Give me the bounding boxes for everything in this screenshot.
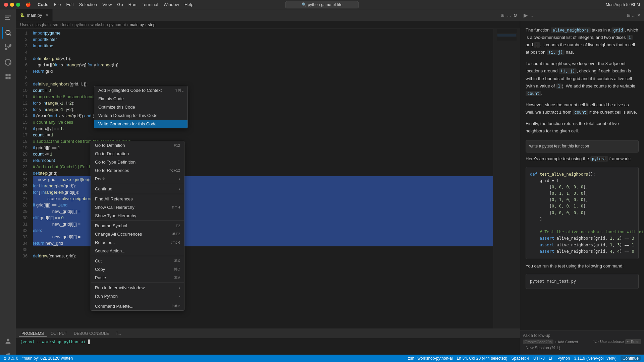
menu-shortcut-cut: ⌘X xyxy=(174,259,180,263)
separator-1 xyxy=(91,184,184,184)
menu-label-go-to-declaration: Go to Declaration xyxy=(95,151,180,156)
submenu-write-comments[interactable]: Write Comments for this Code xyxy=(94,120,187,128)
menu-change-all-occurrences[interactable]: Change All Occurrences ⌘F2 xyxy=(91,230,184,238)
tab-terminal[interactable]: T... xyxy=(113,330,124,337)
inline-code-j: j xyxy=(534,42,540,48)
menu-run-interactive[interactable]: Run in Interactive window › xyxy=(91,284,184,292)
tab-problems[interactable]: PROBLEMS xyxy=(19,330,47,337)
response-section: Here's an example test using the pytest … xyxy=(526,155,639,289)
menu-go-to-references[interactable]: Go to References ⌥F12 xyxy=(91,166,184,175)
breadcrumb-python[interactable]: python xyxy=(74,22,87,27)
status-spaces[interactable]: Spaces: 4 xyxy=(512,356,529,361)
status-encoding[interactable]: UTF-8 xyxy=(533,356,545,361)
breadcrumb-step[interactable]: step xyxy=(148,22,156,27)
title-bar: 🍎 Code File Edit Selection View Go Run T… xyxy=(0,0,644,9)
badge-use-codebase[interactable]: ⌥↑ Use codebase xyxy=(593,340,624,344)
toolbar-split[interactable]: ⊞ xyxy=(627,13,631,18)
toolbar-more[interactable]: ⌄ xyxy=(530,13,534,18)
status-line-ending[interactable]: LF xyxy=(549,356,553,361)
submenu-optimize-code[interactable]: Optimize this Code xyxy=(94,103,187,111)
menu-item-go[interactable]: Go xyxy=(117,2,123,7)
breadcrumb-users[interactable]: Users xyxy=(20,22,31,27)
panel-text-2: To count the neighbors, we loop over the… xyxy=(526,60,639,97)
search-bar[interactable]: 🔍 python-game-of-life xyxy=(285,1,359,8)
activity-debug-icon[interactable] xyxy=(2,56,14,68)
code-line-4 xyxy=(33,49,493,55)
tab-bar: 🐍 main.py ✕ ⊞ ... ⊚ xyxy=(16,9,520,21)
status-terminal[interactable]: zsh · workshop-python-ai xyxy=(408,356,452,361)
menu-item-terminal[interactable]: Terminal xyxy=(142,2,158,7)
activity-explorer-icon[interactable] xyxy=(2,12,14,24)
breadcrumb-local[interactable]: local xyxy=(62,22,70,27)
inline-code-count: count xyxy=(526,91,541,96)
menu-go-to-type-definition[interactable]: Go to Type Definition xyxy=(91,158,184,166)
badge-add-context[interactable]: + Add Context xyxy=(555,340,578,344)
maximize-button[interactable] xyxy=(16,3,20,7)
split-editor-button[interactable]: ⊞ xyxy=(501,13,504,18)
status-errors[interactable]: ⊗ 0 ⚠ 0 xyxy=(3,356,18,361)
submenu-docstring[interactable]: Write a Docstring for this Code xyxy=(94,111,187,120)
menu-item-code[interactable]: Code xyxy=(38,2,49,7)
submenu-fix-code[interactable]: Fix this Code xyxy=(94,95,187,103)
activity-extensions-icon[interactable] xyxy=(2,71,14,83)
tab-main-py[interactable]: 🐍 main.py ✕ xyxy=(16,9,53,21)
status-file-written: "main.py" 62L 1812C written xyxy=(22,356,73,361)
menu-item-file[interactable]: File xyxy=(54,2,61,7)
toolbar-options[interactable]: ... xyxy=(632,13,636,18)
menu-continue[interactable]: Continue › xyxy=(91,185,184,193)
tab-debug-console[interactable]: DEBUG CONSOLE xyxy=(71,330,112,337)
menu-item-run[interactable]: Run xyxy=(128,2,137,7)
activity-account-icon[interactable] xyxy=(2,335,14,347)
menu-copy[interactable]: Copy ⌘C xyxy=(91,265,184,274)
status-continue[interactable]: Continue xyxy=(621,356,641,361)
status-python-version[interactable]: 3.11.9 ('venv-gol': venv) xyxy=(574,356,616,361)
apple-icon[interactable]: 🍎 xyxy=(25,2,31,7)
ask-badges-row: GraniteCode20b + Add Context ⌥↑ Use code… xyxy=(523,339,641,344)
badge-enter[interactable]: ↵ Enter xyxy=(625,339,641,344)
menu-label-paste: Paste xyxy=(95,275,167,280)
code-line-7: return grid xyxy=(33,68,493,74)
menu-show-call-hierarchy[interactable]: Show Call Hierarchy ⇧⌃H xyxy=(91,203,184,212)
code-line-17: count += 1 xyxy=(33,132,493,138)
activity-search-icon[interactable] xyxy=(2,27,14,39)
menu-go-to-definition[interactable]: Go to Definition F12 xyxy=(91,141,184,149)
tab-close-button[interactable]: ✕ xyxy=(46,13,48,17)
inline-code-i: i xyxy=(627,35,633,40)
menu-run-python[interactable]: Run Python › xyxy=(91,292,184,300)
menu-label-run-python: Run Python xyxy=(95,294,177,299)
submenu-add-highlighted[interactable]: Add Highlighted Code to Context ⇧⌘L xyxy=(94,86,187,95)
more-actions-button[interactable]: ... xyxy=(507,13,511,18)
tab-output[interactable]: OUTPUT xyxy=(48,330,70,337)
copilot-icon[interactable]: ⊚ xyxy=(514,13,517,18)
run-button[interactable]: ▶ xyxy=(524,12,528,18)
menu-go-to-declaration[interactable]: Go to Declaration xyxy=(91,149,184,158)
toolbar-close[interactable]: ✕ xyxy=(637,13,641,18)
breadcrumb-mainpy[interactable]: main.py xyxy=(130,22,144,27)
menu-command-palette[interactable]: Command Palette... ⇧⌘P xyxy=(91,302,184,310)
close-button[interactable] xyxy=(4,3,8,7)
breadcrumb-workshop[interactable]: workshop-python-ai xyxy=(91,22,126,27)
menu-show-type-hierarchy[interactable]: Show Type Hierarchy xyxy=(91,212,184,220)
menu-peek[interactable]: Peek › xyxy=(91,175,184,183)
minimize-button[interactable] xyxy=(10,3,14,7)
menu-item-selection[interactable]: Selection xyxy=(79,2,97,7)
menu-item-help[interactable]: Help xyxy=(184,2,194,7)
menu-source-action[interactable]: Source Action... xyxy=(91,247,184,255)
menu-item-view[interactable]: View xyxy=(102,2,112,7)
menu-find-all-references[interactable]: Find All References xyxy=(91,195,184,203)
menu-rename-symbol[interactable]: Rename Symbol F2 xyxy=(91,222,184,230)
badge-granite[interactable]: GraniteCode20b xyxy=(523,340,553,344)
new-session-button[interactable]: New Session (⌘ L) xyxy=(523,344,641,352)
python-file-icon: 🐍 xyxy=(20,13,25,17)
activity-git-icon[interactable] xyxy=(2,42,14,54)
status-language[interactable]: Python xyxy=(557,356,570,361)
breadcrumb-jjasghar[interactable]: jjasghar xyxy=(35,22,49,27)
menu-item-edit[interactable]: Edit xyxy=(66,2,73,7)
run-python-arrow-icon: › xyxy=(179,294,180,299)
breadcrumb-src[interactable]: src xyxy=(53,22,58,27)
menu-cut[interactable]: Cut ⌘X xyxy=(91,257,184,265)
menu-refactor[interactable]: Refactor... ⇧⌥R xyxy=(91,238,184,247)
menu-paste[interactable]: Paste ⌘V xyxy=(91,274,184,282)
menu-label-copy: Copy xyxy=(95,267,167,272)
menu-item-window[interactable]: Window xyxy=(164,2,179,7)
